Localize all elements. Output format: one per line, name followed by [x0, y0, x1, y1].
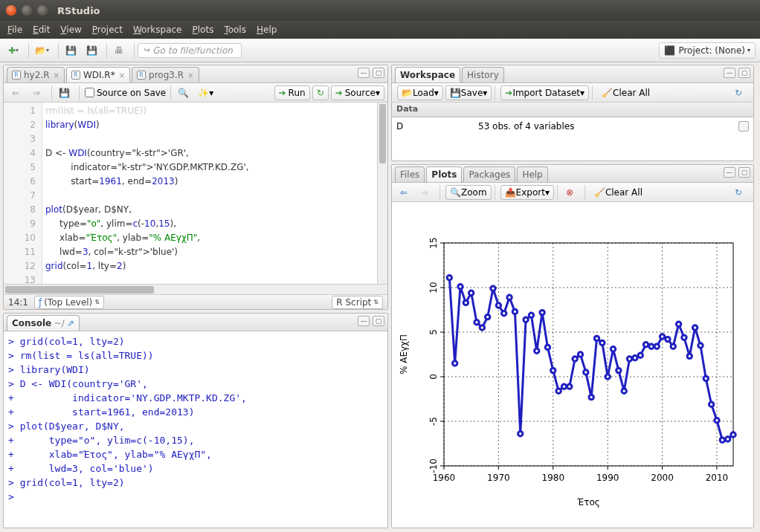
tab-console[interactable]: Console ~/ ⇗ — [7, 315, 80, 331]
close-icon[interactable]: × — [187, 71, 193, 80]
maximize-pane-icon[interactable]: ▢ — [738, 167, 750, 178]
svg-point-39 — [447, 276, 451, 280]
source-on-save-checkbox[interactable] — [85, 88, 94, 97]
console-output[interactable]: > grid(col=1, lty=2) > rm(list = ls(all=… — [4, 331, 387, 528]
svg-text:1990: 1990 — [596, 473, 619, 483]
tab-hy2[interactable]: Rhy2.R× — [7, 67, 65, 82]
svg-point-52 — [518, 432, 523, 436]
forward-button[interactable]: ⇒ — [28, 85, 45, 101]
project-menu[interactable]: ⬛Project: (None) ▾ — [659, 42, 756, 59]
run-button[interactable]: ➔Run — [274, 85, 310, 100]
svg-point-43 — [468, 291, 473, 295]
back-button[interactable]: ⇐ — [7, 85, 25, 101]
svg-point-90 — [725, 437, 730, 441]
save-source-button[interactable]: 💾 — [55, 85, 73, 101]
svg-point-71 — [622, 389, 626, 393]
svg-text:1970: 1970 — [487, 473, 510, 483]
variable-row[interactable]: D 53 obs. of 4 variables — [392, 117, 753, 135]
prev-plot-button[interactable]: ⇐ — [395, 184, 413, 201]
minimize-pane-icon[interactable]: — — [358, 68, 370, 78]
svg-text:Έτος: Έτος — [576, 497, 600, 507]
maximize-pane-icon[interactable]: ▢ — [738, 68, 750, 78]
svg-point-84 — [692, 325, 697, 330]
menu-plots[interactable]: Plots — [193, 25, 214, 35]
svg-point-48 — [496, 303, 500, 308]
next-plot-button[interactable]: ⇒ — [416, 184, 434, 201]
tab-wdi[interactable]: RWDI.R*× — [66, 67, 130, 82]
svg-point-86 — [703, 376, 708, 380]
goto-file-input[interactable]: ↪ Go to file/function — [138, 43, 242, 58]
refresh-button[interactable]: ↻ — [730, 85, 747, 101]
minimize-pane-icon[interactable]: — — [724, 167, 735, 178]
rerun-button[interactable]: ↻ — [312, 85, 329, 100]
import-dataset-button[interactable]: ➔ Import Dataset▾ — [500, 85, 589, 100]
tab-help[interactable]: Help — [517, 166, 547, 182]
separator — [58, 43, 59, 58]
scrollbar-vertical[interactable] — [377, 103, 387, 284]
menu-help[interactable]: Help — [257, 25, 277, 35]
clear-all-button[interactable]: 🧹 Clear All — [598, 85, 654, 100]
menu-workspace[interactable]: Workspace — [133, 25, 182, 35]
scrollbar-horizontal[interactable] — [4, 284, 387, 294]
minimize-pane-icon[interactable]: — — [358, 316, 370, 326]
svg-point-59 — [556, 389, 561, 393]
clear-plots-button[interactable]: 🧹 Clear All — [590, 185, 646, 200]
export-button[interactable]: 📤 Export▾ — [500, 185, 554, 200]
svg-point-56 — [540, 310, 544, 314]
menu-tools[interactable]: Tools — [224, 25, 246, 35]
svg-point-44 — [474, 320, 479, 325]
tab-prog3[interactable]: Rprog3.R× — [132, 67, 199, 82]
scope-selector[interactable]: ƒ(Top Level) ⇅ — [34, 296, 104, 309]
filetype-selector[interactable]: R Script ⇅ — [332, 296, 383, 309]
maximize-pane-icon[interactable]: ▢ — [373, 316, 384, 326]
zoom-button[interactable]: 🔍 Zoom — [445, 185, 492, 200]
save-all-button[interactable]: 💾 — [83, 42, 100, 59]
tab-history[interactable]: History — [462, 67, 504, 82]
new-file-button[interactable]: ✚▾ — [4, 42, 22, 59]
tab-plots[interactable]: Plots — [426, 166, 462, 182]
menu-edit[interactable]: Edit — [33, 25, 50, 35]
refresh-plot-button[interactable]: ↻ — [730, 184, 747, 201]
window-title: RStudio — [57, 5, 100, 16]
find-button[interactable]: 🔍 — [174, 85, 192, 101]
print-button[interactable]: 🖶 — [110, 42, 128, 59]
tab-workspace[interactable]: Workspace — [395, 67, 460, 82]
svg-text:5: 5 — [428, 329, 439, 335]
window-maximize-button[interactable] — [37, 5, 48, 16]
save-ws-button[interactable]: 💾 Save▾ — [445, 85, 492, 100]
window-minimize-button[interactable] — [22, 5, 32, 16]
source-editor[interactable]: 1234567891011121314 rm(list = ls(all=TRU… — [4, 103, 387, 284]
load-button[interactable]: 📂 Load▾ — [397, 85, 443, 100]
svg-point-81 — [676, 322, 680, 326]
open-file-button[interactable]: 📂▾ — [32, 42, 52, 59]
wand-button[interactable]: ✨▾ — [195, 85, 216, 101]
tab-files[interactable]: Files — [395, 166, 425, 182]
svg-point-64 — [584, 370, 588, 374]
code-area[interactable]: rm(list = ls(all=TRUE)) library(WDI) D <… — [42, 103, 387, 284]
svg-text:2000: 2000 — [651, 473, 674, 483]
svg-point-66 — [594, 336, 599, 340]
close-icon[interactable]: × — [119, 71, 125, 80]
menu-project[interactable]: Project — [92, 25, 123, 35]
maximize-pane-icon[interactable]: ▢ — [373, 68, 384, 78]
close-icon[interactable]: × — [54, 71, 59, 80]
console-tabs: Console ~/ ⇗ —▢ — [4, 314, 387, 331]
svg-text:-10: -10 — [428, 458, 439, 473]
save-button[interactable]: 💾 — [62, 42, 80, 59]
grid-icon[interactable] — [738, 121, 749, 132]
svg-point-47 — [491, 286, 495, 291]
menubar: File Edit View Project Workspace Plots T… — [0, 21, 760, 39]
minimize-pane-icon[interactable]: — — [724, 68, 735, 78]
plots-tabs: Files Plots Packages Help —▢ — [392, 165, 753, 183]
svg-point-85 — [698, 343, 703, 348]
source-button[interactable]: ➔Source ▾ — [331, 85, 384, 100]
menu-file[interactable]: File — [7, 25, 22, 35]
svg-point-75 — [643, 343, 648, 347]
remove-plot-button[interactable]: ⊗ — [561, 184, 579, 201]
svg-point-78 — [660, 334, 664, 339]
menu-view[interactable]: View — [60, 25, 81, 35]
source-toolbar: ⇐ ⇒ 💾 Source on Save 🔍 ✨▾ ➔Run ↻ ➔Source… — [4, 83, 387, 103]
titlebar: RStudio — [0, 0, 760, 21]
window-close-button[interactable] — [6, 5, 16, 16]
tab-packages[interactable]: Packages — [463, 166, 515, 182]
